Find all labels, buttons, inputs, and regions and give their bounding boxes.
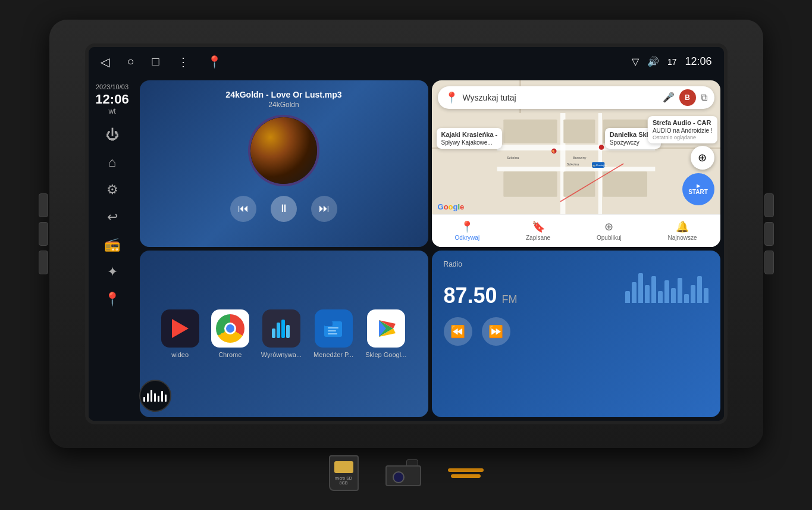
contribute-icon: ⊕ <box>604 220 613 233</box>
contribute-label: Opublikuj <box>597 234 622 241</box>
radio-bar-3 <box>638 273 643 303</box>
app-item-video[interactable]: wideo <box>161 309 199 358</box>
knob-right-2[interactable] <box>764 222 774 246</box>
chrome-app-label: Chrome <box>218 351 242 358</box>
back-button[interactable]: ◁ <box>101 55 109 69</box>
eq-bar-2 <box>147 393 149 402</box>
settings-icon[interactable]: ⚙ <box>106 182 118 198</box>
accessory-camera <box>383 459 424 486</box>
map-nav-saved[interactable]: 🔖 Zapisane <box>526 220 550 241</box>
poi3-note: Ostatnio oglądane <box>653 134 713 142</box>
eq-svg-icon <box>269 317 293 340</box>
map-search-bar[interactable]: 📍 Wyszukaj tutaj 🎤 B ⧉ <box>438 86 714 109</box>
app-item-eq[interactable]: Wyrównywa... <box>261 309 302 358</box>
svg-rect-24 <box>286 325 290 338</box>
radio-bar-2 <box>632 282 637 303</box>
camera-body <box>385 465 421 486</box>
map-search-text: Wyszukaj tutaj <box>463 93 658 102</box>
album-art-inner <box>250 117 317 184</box>
chrome-circle <box>216 314 244 343</box>
svg-rect-27 <box>328 327 338 328</box>
map-nav-new[interactable]: 🔔 Najnowsze <box>668 220 697 241</box>
files-app-icon <box>315 309 353 348</box>
sd-card-chip <box>334 461 353 473</box>
saved-icon: 🔖 <box>532 220 545 233</box>
radio-rewind-button[interactable]: ⏪ <box>444 317 472 346</box>
next-button[interactable]: ⏭ <box>311 196 337 222</box>
prev-button[interactable]: ⏮ <box>230 196 256 222</box>
video-app-label: wideo <box>171 351 189 358</box>
radio-bar-10 <box>684 294 689 303</box>
right-content: 24kGoldn - Love Or Lust.mp3 24kGoldn ⏮ ⏸… <box>136 77 724 421</box>
poi3-sub: AUDIO na Androidzie ! <box>653 127 713 134</box>
radio-bar-13 <box>704 288 708 303</box>
radio-bar-1 <box>625 291 630 303</box>
map-avatar[interactable]: B <box>679 89 696 106</box>
accessory-wires <box>448 468 484 478</box>
video-app-icon <box>161 309 199 348</box>
knob-left-2[interactable] <box>39 222 48 246</box>
location-icon[interactable]: 📍 <box>104 292 120 307</box>
radio-icon[interactable]: 📻 <box>104 237 120 252</box>
files-app-label: Menedżer P... <box>313 351 353 358</box>
screen-bezel: ◁ ○ □ ⋮ 📍 ▽ 🔊 17 12:06 2023 <box>85 43 728 424</box>
radio-visualizer <box>625 273 708 303</box>
map-popup-kajaki: Kajaki Krasieńka - Spływy Kajakowe... <box>437 128 503 149</box>
sidebar-date: 2023/10/03 <box>95 83 128 92</box>
app-item-files[interactable]: Menedżer P... <box>313 309 353 358</box>
back-icon[interactable]: ↩ <box>107 209 118 225</box>
album-art <box>248 115 319 186</box>
radio-freq-row: 87.50 FM <box>444 273 708 311</box>
knob-left-1[interactable] <box>39 193 48 217</box>
start-arrow-icon: ▶ <box>697 183 700 189</box>
power-icon[interactable]: ⏻ <box>106 127 119 143</box>
new-icon: 🔔 <box>676 220 689 233</box>
home-button[interactable]: ○ <box>127 55 134 68</box>
accessories-row: micro SD8GB <box>329 455 484 491</box>
new-label: Najnowsze <box>668 234 697 241</box>
eq-bar-4 <box>154 393 156 402</box>
map-nav-discover[interactable]: 📍 Odkrywaj <box>454 220 479 241</box>
radio-bar-5 <box>651 276 656 303</box>
knob-left-3[interactable] <box>39 251 48 274</box>
music-controls: ⏮ ⏸ ⏭ <box>230 196 337 222</box>
app-item-chrome[interactable]: Chrome <box>211 309 249 358</box>
knob-right-3[interactable] <box>764 251 774 274</box>
bluetooth-icon[interactable]: ✦ <box>107 264 118 280</box>
main-content: 2023/10/03 12:06 wt ⏻ ⌂ ⚙ ↩ 📻 ✦ 📍 <box>89 77 724 421</box>
map-card[interactable]: Brzeziny Szkolna Szkolna Kolejowa 🚌 Kras… <box>432 80 720 247</box>
app-item-store[interactable]: Sklep Googl... <box>365 309 406 358</box>
mic-icon[interactable]: 🎤 <box>663 92 675 103</box>
menu-button[interactable]: ⋮ <box>177 55 189 69</box>
discover-label: Odkrywaj <box>454 234 479 241</box>
map-start-button[interactable]: ▶ START <box>682 173 714 205</box>
maps-nav-icon[interactable]: 📍 <box>207 55 222 69</box>
recents-button[interactable]: □ <box>152 55 159 68</box>
radio-card: Radio 87.50 FM <box>432 251 720 417</box>
svg-rect-2 <box>497 167 655 171</box>
sidebar-day: wt <box>95 107 128 115</box>
radio-bar-7 <box>664 280 669 303</box>
android-screen: ◁ ○ □ ⋮ 📍 ▽ 🔊 17 12:06 2023 <box>89 47 724 421</box>
poi1-sub: Spływy Kajakowe... <box>441 139 498 146</box>
start-label: START <box>688 189 708 195</box>
sd-card-label: micro SD8GB <box>335 476 352 486</box>
knob-right-1[interactable] <box>764 193 774 217</box>
pause-button[interactable]: ⏸ <box>271 196 297 222</box>
radio-forward-button[interactable]: ⏩ <box>482 317 510 346</box>
map-popup-strefa: Strefa Audio - CAR AUDIO na Androidzie !… <box>648 116 717 144</box>
poi3-title: Strefa Audio - CAR <box>653 118 713 127</box>
sidebar-time: 12:06 <box>95 92 128 107</box>
radio-bar-12 <box>697 276 702 303</box>
map-location-button[interactable]: ⊕ <box>691 146 714 170</box>
layers-icon[interactable]: ⧉ <box>701 92 707 103</box>
svg-text:Szkolna: Szkolna <box>566 162 579 165</box>
eq-app-icon <box>262 309 300 348</box>
status-time: 12:06 <box>685 55 711 68</box>
map-nav-contribute[interactable]: ⊕ Opublikuj <box>597 220 622 241</box>
wires-icon <box>448 468 484 478</box>
home-icon[interactable]: ⌂ <box>108 155 116 170</box>
svg-rect-29 <box>328 333 337 334</box>
eq-bar-7 <box>165 395 167 402</box>
equalizer-button[interactable] <box>139 380 171 412</box>
